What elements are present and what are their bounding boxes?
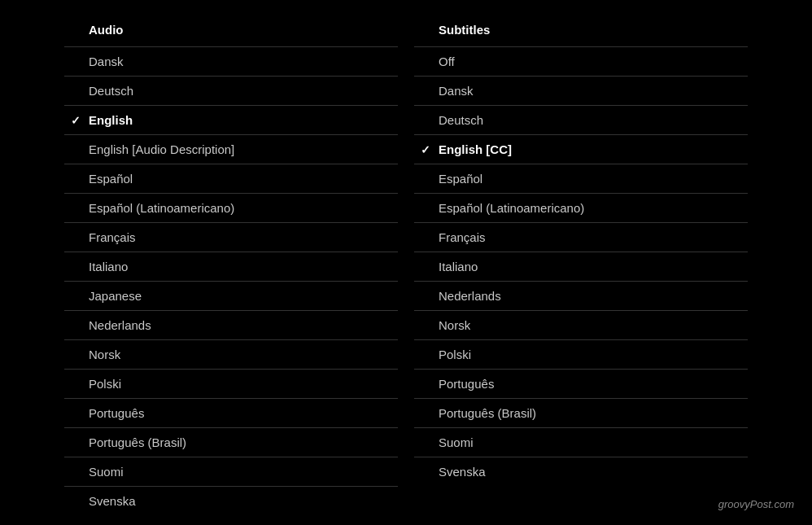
audio-item[interactable]: English [Audio Description] [64,134,398,164]
subtitle-item-label: Português [439,377,494,391]
audio-item-label: Français [89,230,136,244]
subtitle-item[interactable]: ✓English [CC] [414,134,748,164]
audio-item[interactable]: Suomi [64,457,398,486]
audio-item[interactable]: Nederlands [64,310,398,339]
audio-item[interactable]: Español (Latinoamericano) [64,193,398,222]
audio-item-label: Polski [89,377,121,391]
subtitle-item-label: Norsk [439,318,470,332]
subtitle-item-label: English [CC] [439,142,512,156]
subtitle-item[interactable]: Français [414,222,748,252]
checkmark-icon: ✓ [71,114,81,127]
audio-item[interactable]: Dansk [64,46,398,76]
audio-item-label: Japanese [89,289,142,303]
subtitle-item-label: Dansk [439,84,474,98]
subtitle-item-label: Italiano [439,260,478,273]
subtitle-item[interactable]: Off [414,46,748,76]
audio-item-label: Italiano [89,260,128,273]
audio-item[interactable]: ✓English [64,105,398,134]
subtitle-item[interactable]: Português (Brasil) [414,398,748,427]
subtitle-item[interactable]: Norsk [414,310,748,339]
audio-item-label: Português (Brasil) [89,435,186,449]
subtitle-item-label: Français [439,230,486,244]
audio-item-label: Norsk [89,348,120,361]
audio-item[interactable]: Português (Brasil) [64,427,398,457]
audio-item-label: Español [89,172,133,186]
audio-item[interactable]: Español [64,164,398,193]
language-selector: Audio DanskDeutsch✓EnglishEnglish [Audio… [56,16,756,515]
subtitle-item[interactable]: Svenska [414,457,748,486]
audio-item-label: English [Audio Description] [89,142,234,156]
subtitle-item[interactable]: Italiano [414,252,748,281]
audio-item[interactable]: Japanese [64,281,398,310]
watermark: groovyPost.com [718,498,794,510]
checkmark-icon: ✓ [421,143,430,156]
subtitle-item-label: Español (Latinoamericano) [439,201,584,215]
subtitle-item[interactable]: Suomi [414,427,748,457]
audio-item[interactable]: Italiano [64,252,398,281]
subtitle-item[interactable]: Dansk [414,76,748,105]
subtitle-item-label: Off [439,55,455,68]
audio-item[interactable]: Norsk [64,339,398,369]
subtitles-list: OffDanskDeutsch✓English [CC]EspañolEspañ… [414,46,748,486]
audio-item-label: Português [89,406,144,420]
subtitle-item[interactable]: Polski [414,339,748,369]
audio-item[interactable]: Português [64,398,398,427]
subtitle-item-label: Suomi [439,435,474,449]
audio-list: DanskDeutsch✓EnglishEnglish [Audio Descr… [64,46,398,515]
subtitle-item-label: Nederlands [439,289,501,303]
subtitle-item[interactable]: Español [414,164,748,193]
subtitle-item[interactable]: Nederlands [414,281,748,310]
audio-item-label: Nederlands [89,318,151,332]
audio-item[interactable]: Français [64,222,398,252]
audio-item[interactable]: Svenska [64,486,398,515]
subtitle-item-label: Español [439,172,482,186]
audio-header: Audio [64,16,398,46]
audio-item-label: Deutsch [89,84,133,98]
audio-item-label: Suomi [89,465,124,479]
subtitle-item-label: Deutsch [439,113,483,127]
subtitle-item-label: Svenska [439,465,486,479]
audio-item-label: Español (Latinoamericano) [89,201,234,215]
subtitle-item[interactable]: Español (Latinoamericano) [414,193,748,222]
audio-item-label: Svenska [89,494,136,508]
subtitles-column: Subtitles OffDanskDeutsch✓English [CC]Es… [406,16,756,515]
audio-item-label: Dansk [89,55,124,68]
subtitle-item[interactable]: Português [414,369,748,398]
audio-item[interactable]: Polski [64,369,398,398]
subtitle-item-label: Português (Brasil) [439,406,536,420]
audio-item-label: English [89,113,133,127]
subtitle-item-label: Polski [439,348,471,361]
subtitles-header: Subtitles [414,16,748,46]
audio-column: Audio DanskDeutsch✓EnglishEnglish [Audio… [56,16,406,515]
subtitle-item[interactable]: Deutsch [414,105,748,134]
audio-item[interactable]: Deutsch [64,76,398,105]
